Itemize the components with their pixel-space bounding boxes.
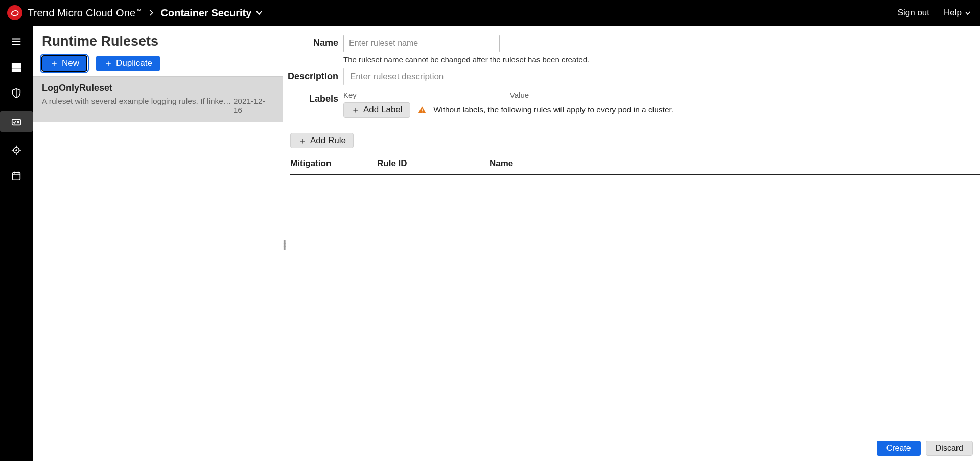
ruleset-description-input[interactable] [343,68,980,85]
warning-icon [417,105,427,114]
top-bar: Trend Micro Cloud One ™ Container Securi… [0,0,980,26]
page-title: Runtime Rulesets [42,34,273,50]
ruleset-name-input[interactable] [343,35,500,52]
stack-icon [11,62,22,73]
svg-rect-0 [12,64,21,66]
svg-rect-3 [12,119,21,125]
brand-prefix: Trend Micro [28,7,83,19]
plus-icon: ＋ [351,105,360,114]
ruleset-description: A ruleset with several example logging r… [42,97,234,115]
nav-item-events[interactable] [7,169,26,183]
column-mitigation: Mitigation [290,158,377,169]
form-footer: Create Discard [290,435,980,461]
column-rule-id: Rule ID [377,158,489,169]
breadcrumb-separator [149,9,154,16]
new-ruleset-button[interactable]: ＋ New [42,56,87,71]
brand-title[interactable]: Trend Micro Cloud One ™ [28,7,142,19]
chevron-down-icon [965,11,971,15]
ruleset-list-item[interactable]: LogOnlyRuleset A ruleset with several ex… [33,76,283,122]
trademark: ™ [136,8,141,13]
checklist-icon [11,116,22,127]
target-icon [11,145,22,156]
svg-point-5 [16,150,17,151]
ruleset-subline: A ruleset with several example logging r… [42,97,273,115]
hamburger-icon [11,36,22,48]
nav-item-runtime-rulesets[interactable] [0,111,33,132]
left-nav-rail [0,26,33,461]
help-dropdown[interactable]: Help [944,8,971,18]
list-actions: ＋ New ＋ Duplicate [33,56,283,71]
duplicate-ruleset-button[interactable]: ＋ Duplicate [96,56,160,71]
form-row-description: Description [283,68,980,85]
brand-suffix: Cloud One [86,7,135,19]
add-label-label: Add Label [363,105,403,115]
labels-key-header: Key [343,90,357,99]
add-rule-section: ＋ Add Rule [290,133,980,148]
discard-button[interactable]: Discard [926,441,973,456]
ruleset-name: LogOnlyRuleset [42,83,273,94]
main-shell: Runtime Rulesets ＋ New ＋ Duplicate LogOn… [0,26,980,461]
labels-value-header: Value [510,90,529,99]
create-button[interactable]: Create [877,441,921,456]
chevron-right-icon [149,9,154,16]
plus-icon: ＋ [50,59,59,68]
svg-rect-6 [13,173,20,180]
name-label: Name [283,35,343,64]
discard-button-label: Discard [936,444,963,453]
svg-rect-7 [422,109,423,111]
calendar-icon [11,170,22,181]
service-name-label: Container Security [161,7,252,19]
name-hint: The ruleset name cannot be changed after… [343,55,980,64]
ruleset-list-panel: Runtime Rulesets ＋ New ＋ Duplicate LogOn… [33,26,283,461]
ruleset-date: 2021-12-16 [234,97,273,115]
duplicate-button-label: Duplicate [116,58,152,68]
chevron-down-icon [255,10,263,15]
rules-table-header: Mitigation Rule ID Name [290,158,980,175]
labels-label: Labels [283,90,343,118]
ruleset-form-panel: Name The ruleset name cannot be changed … [283,26,980,461]
help-label: Help [944,8,962,18]
nav-item-scans[interactable] [7,143,26,157]
signout-link[interactable]: Sign out [898,8,929,18]
new-button-label: New [62,58,79,68]
nav-menu-toggle[interactable] [7,35,26,49]
service-dropdown[interactable]: Container Security [161,7,263,19]
svg-rect-2 [12,70,21,72]
form-row-labels: Labels Key Value ＋ Add Label Without lab… [283,90,980,118]
add-label-button[interactable]: ＋ Add Label [343,102,410,118]
add-label-row: ＋ Add Label Without labels, the followin… [343,102,980,118]
shield-icon [11,87,22,99]
svg-rect-1 [12,66,21,68]
nav-item-policies[interactable] [7,86,26,100]
labels-warning-text: Without labels, the following rules will… [434,105,674,114]
topbar-right: Sign out Help [898,8,971,18]
trend-logo-icon [10,8,20,18]
panel-resize-handle[interactable]: ▮▮▮ [283,240,287,249]
description-label: Description [283,68,343,85]
plus-icon: ＋ [298,136,307,145]
add-rule-button[interactable]: ＋ Add Rule [290,133,354,148]
svg-rect-8 [422,112,423,113]
create-button-label: Create [886,444,911,453]
nav-item-clusters[interactable] [7,60,26,75]
brand-logo [7,5,22,20]
column-name: Name [489,158,980,169]
form-row-name: Name The ruleset name cannot be changed … [283,35,980,64]
plus-icon: ＋ [104,59,113,68]
labels-columns: Key Value [343,90,980,99]
add-rule-label: Add Rule [310,135,346,146]
list-header: Runtime Rulesets [33,26,283,55]
